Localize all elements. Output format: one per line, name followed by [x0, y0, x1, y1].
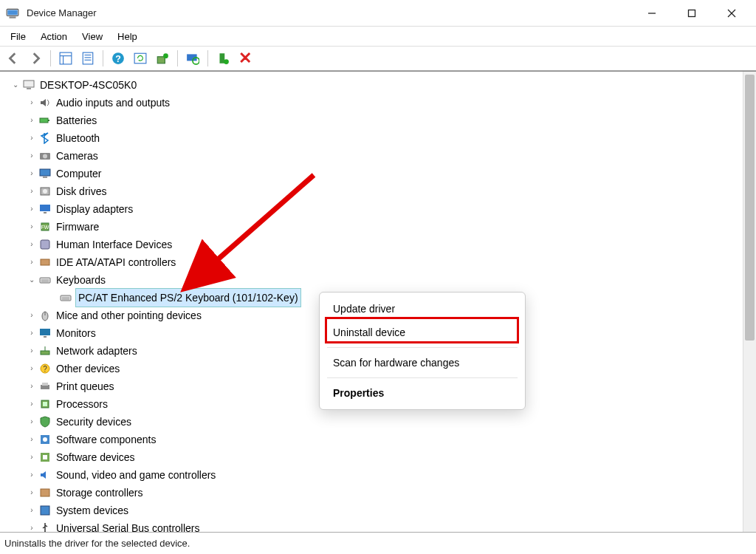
chevron-right-icon[interactable]: › [27, 395, 37, 413]
chevron-right-icon[interactable]: › [27, 324, 37, 342]
update-driver-button[interactable] [152, 48, 173, 69]
chevron-right-icon[interactable]: › [27, 112, 37, 129]
mouse-icon [38, 309, 52, 322]
menu-file[interactable]: File [3, 29, 33, 44]
tree-category[interactable]: ›FWFirmware [4, 218, 743, 236]
chevron-right-icon[interactable]: › [27, 431, 37, 448]
svg-point-18 [163, 53, 168, 58]
menu-view[interactable]: View [75, 29, 110, 44]
svg-point-58 [43, 437, 47, 442]
chevron-right-icon[interactable]: › [27, 484, 37, 502]
tree-category-label: Storage controllers [55, 484, 145, 502]
vertical-scrollbar[interactable] [743, 72, 756, 532]
chevron-right-icon[interactable]: › [27, 218, 37, 236]
chevron-right-icon[interactable]: › [27, 236, 37, 253]
storage-icon [38, 486, 52, 499]
toolbar-separator [50, 50, 51, 66]
chevron-right-icon[interactable]: › [27, 165, 37, 182]
chevron-right-icon[interactable]: › [27, 502, 37, 519]
chevron-right-icon[interactable]: › [27, 182, 37, 200]
showhide-tree-button[interactable] [55, 48, 76, 69]
tree-category[interactable]: ›Bluetooth [4, 129, 743, 147]
svg-rect-56 [43, 402, 47, 406]
menu-action[interactable]: Action [33, 29, 75, 44]
uninstall-button[interactable]: ✕ [235, 48, 255, 69]
tree-category-label: Universal Serial Bus controllers [55, 519, 202, 532]
ctx-properties[interactable]: Properties [320, 381, 525, 405]
speaker-icon [38, 96, 52, 109]
chevron-right-icon[interactable]: › [27, 94, 37, 112]
tree-category[interactable]: ›Cameras [4, 147, 743, 165]
chevron-right-icon[interactable]: › [27, 448, 37, 466]
chevron-right-icon[interactable]: › [27, 413, 37, 431]
keyboard-icon [38, 273, 52, 287]
scrollbar-thumb[interactable] [745, 75, 755, 341]
ctx-scan-hardware[interactable]: Scan for hardware changes [320, 351, 525, 375]
chevron-right-icon[interactable]: › [27, 519, 37, 532]
menu-help[interactable]: Help [110, 29, 145, 44]
chevron-right-icon[interactable]: › [27, 360, 37, 377]
chevron-right-icon[interactable]: › [27, 342, 37, 360]
sound-icon [38, 468, 52, 482]
scan-hardware-button[interactable] [182, 48, 203, 69]
tree-category-label: Network adapters [55, 342, 139, 360]
svg-rect-34 [44, 212, 47, 213]
tree-category[interactable]: ›Batteries [4, 112, 743, 129]
chevron-right-icon[interactable]: › [27, 253, 37, 271]
tree-category[interactable]: ›Human Interface Devices [4, 236, 743, 253]
tree-category[interactable]: ›System devices [4, 502, 743, 519]
tree-category-label: Cameras [55, 147, 100, 165]
tree-category-label: Computer [55, 165, 103, 182]
svg-rect-17 [157, 57, 165, 64]
svg-text:?: ? [115, 54, 121, 64]
tree-category-label: Mice and other pointing devices [55, 307, 203, 324]
menu-bar: File Action View Help [0, 27, 756, 46]
tree-category[interactable]: ›Display adapters [4, 200, 743, 218]
tree-category-label: Human Interface Devices [55, 236, 173, 253]
swcomp-icon [38, 433, 52, 446]
chevron-right-icon[interactable]: › [27, 377, 37, 395]
tree-category[interactable]: ›Disk drives [4, 182, 743, 200]
maximize-button[interactable] [672, 0, 712, 27]
bluetooth-icon [38, 131, 52, 145]
ctx-update-driver[interactable]: Update driver [320, 297, 525, 321]
chevron-right-icon[interactable]: › [27, 307, 37, 324]
tree-category[interactable]: ›Sound, video and game controllers [4, 466, 743, 484]
back-button[interactable] [3, 48, 24, 69]
help-button[interactable]: ? [108, 48, 128, 69]
tree-category-label: Software devices [55, 448, 137, 466]
firmware-icon: FW [38, 220, 52, 233]
svg-rect-47 [40, 329, 50, 335]
svg-rect-30 [43, 177, 47, 178]
tree-category[interactable]: ›Software components [4, 431, 743, 448]
toolbar-separator [103, 50, 103, 66]
tree-root[interactable]: ⌄ DESKTOP-4SC05K0 [4, 76, 743, 94]
chevron-right-icon[interactable]: › [27, 129, 37, 147]
tree-category[interactable]: ›Computer [4, 165, 743, 182]
chevron-down-icon[interactable]: ⌄ [10, 76, 21, 94]
tree-category[interactable]: ›Audio inputs and outputs [4, 94, 743, 112]
tree-category-label: Batteries [55, 112, 98, 129]
tree-category[interactable]: ›Software devices [4, 448, 743, 466]
refresh-button[interactable] [130, 48, 151, 69]
minimize-button[interactable] [632, 0, 672, 27]
chevron-down-icon[interactable]: ⌄ [27, 271, 37, 289]
tree-category[interactable]: ›Security devices [4, 413, 743, 431]
tree-category[interactable]: ›IDE ATA/ATAPI controllers [4, 253, 743, 271]
forward-button[interactable] [25, 48, 46, 69]
display-icon [38, 202, 52, 216]
keyboard-icon [59, 291, 72, 304]
tree-category[interactable]: ›Storage controllers [4, 484, 743, 502]
ctx-uninstall-device[interactable]: Uninstall device [320, 321, 525, 344]
tree-category[interactable]: ⌄Keyboards [4, 271, 743, 289]
add-drivers-button[interactable] [213, 48, 233, 69]
chevron-right-icon[interactable]: › [27, 466, 37, 484]
chevron-right-icon[interactable]: › [27, 200, 37, 218]
other-icon: ? [38, 362, 52, 375]
tree-category[interactable]: ›Universal Serial Bus controllers [4, 519, 743, 532]
work-area: ⌄ DESKTOP-4SC05K0 ›Audio inputs and outp… [0, 71, 756, 532]
properties-button[interactable] [78, 48, 98, 69]
close-button[interactable] [712, 0, 752, 27]
chevron-right-icon[interactable]: › [27, 147, 37, 165]
svg-rect-29 [40, 169, 50, 176]
